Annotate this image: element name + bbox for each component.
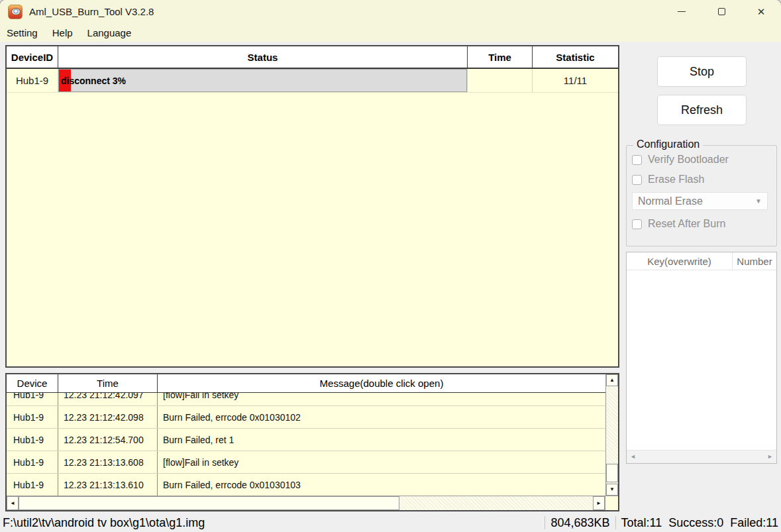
key-table: Key(overwrite) Number ◄ ►: [626, 252, 777, 464]
status-bar: F:\util2\tv\android tv box\g1\ota\g1.img…: [0, 513, 781, 532]
scroll-left-button[interactable]: ◄: [7, 496, 19, 510]
header-time[interactable]: Time: [468, 46, 533, 68]
menu-help[interactable]: Help: [52, 27, 73, 38]
configuration-title: Configuration: [633, 138, 703, 150]
erase-flash-checkbox[interactable]: [632, 175, 642, 185]
message-time-cell: 12.23 21:12:42.098: [58, 406, 158, 428]
reset-after-burn-option[interactable]: Reset After Burn: [632, 218, 776, 230]
menu-setting[interactable]: Setting: [7, 27, 38, 38]
verify-bootloader-option[interactable]: Verify Bootloader: [632, 154, 776, 166]
header-message[interactable]: Message(double click open): [158, 374, 605, 392]
image-file-size: 804,683KB: [550, 516, 609, 530]
horizontal-scroll-track[interactable]: [19, 496, 593, 510]
caption-buttons: ✕: [662, 0, 781, 23]
message-device-cell: Hub1-9: [7, 406, 58, 428]
statistic-cell: 11/11: [533, 69, 618, 92]
message-message-cell: [flow]Fail in setkey: [158, 451, 605, 473]
reset-after-burn-checkbox[interactable]: [632, 219, 642, 229]
menu-language[interactable]: Language: [87, 27, 132, 38]
status-separator: [545, 516, 545, 529]
vertical-scroll-thumb[interactable]: [606, 464, 618, 482]
maximize-icon: [718, 8, 725, 15]
minimize-button[interactable]: [662, 0, 702, 23]
header-statistic[interactable]: Statistic: [533, 46, 618, 68]
chevron-down-icon: ▼: [755, 197, 762, 205]
message-row[interactable]: Hub1-912.23 21:13:13.610Burn Failed, err…: [7, 474, 605, 496]
window-title: Aml_USB_Burn_Tool V3.2.8: [29, 6, 154, 17]
device-table-header: DeviceID Status Time Statistic: [7, 46, 618, 69]
maximize-button[interactable]: [702, 0, 741, 23]
refresh-button[interactable]: Refresh: [657, 95, 747, 125]
header-key-overwrite[interactable]: Key(overwrite): [627, 252, 733, 270]
key-table-scrollbar[interactable]: ◄ ►: [627, 450, 776, 463]
left-arrow-icon[interactable]: ◄: [630, 454, 636, 460]
app-window: Aml_USB_Burn_Tool V3.2.8 ✕ Setting Help …: [0, 0, 781, 532]
message-table-header: Device Time Message(double click open): [7, 374, 605, 393]
right-arrow-icon[interactable]: ►: [767, 454, 773, 460]
message-row[interactable]: Hub1-912.23 21:12:54.700Burn Failed, ret…: [7, 429, 605, 451]
title-bar: Aml_USB_Burn_Tool V3.2.8 ✕: [0, 0, 781, 23]
burn-progress-bar: disconnect 3%: [58, 69, 467, 92]
scrollbar-corner: [605, 496, 618, 510]
minimize-icon: [678, 11, 686, 12]
verify-bootloader-label: Verify Bootloader: [648, 154, 729, 166]
device-row[interactable]: Hub1-9 disconnect 3% 11/11: [7, 69, 618, 93]
message-horizontal-scrollbar[interactable]: ◄ ►: [7, 496, 618, 510]
message-device-cell: Hub1-9: [7, 429, 58, 451]
burn-totals: Total:11 Success:0 Failed:11: [621, 516, 778, 530]
key-table-header: Key(overwrite) Number: [627, 252, 776, 270]
scroll-up-button[interactable]: ▲: [606, 374, 618, 386]
erase-flash-option[interactable]: Erase Flash: [632, 174, 776, 186]
reset-after-burn-label: Reset After Burn: [648, 218, 725, 230]
header-number[interactable]: Number: [733, 252, 776, 270]
message-message-cell: Burn Failed, ret 1: [158, 429, 605, 451]
key-table-body: [627, 270, 776, 450]
erase-mode-value: Normal Erase: [638, 195, 755, 207]
message-rows: Hub1-912.23 21:12:42.097[flow]Fail in se…: [7, 393, 605, 496]
configuration-group: Configuration Verify Bootloader Erase Fl…: [626, 145, 777, 246]
status-separator: [615, 516, 616, 529]
left-arrow-icon: ◄: [10, 501, 15, 506]
message-device-cell: Hub1-9: [7, 451, 58, 473]
message-message-cell: [flow]Fail in setkey: [158, 393, 605, 405]
header-msg-time[interactable]: Time: [58, 374, 158, 392]
message-time-cell: 12.23 21:13:13.608: [58, 451, 158, 473]
header-status[interactable]: Status: [58, 46, 468, 68]
message-row[interactable]: Hub1-912.23 21:13:13.608[flow]Fail in se…: [7, 451, 605, 474]
close-button[interactable]: ✕: [741, 0, 781, 23]
status-cell: disconnect 3%: [58, 69, 468, 92]
erase-mode-select[interactable]: Normal Erase ▼: [632, 192, 768, 210]
app-icon: [8, 5, 23, 19]
device-id-cell: Hub1-9: [7, 69, 58, 92]
message-vertical-scrollbar[interactable]: ▲ ▼: [605, 374, 618, 496]
horizontal-scroll-thumb[interactable]: [19, 496, 399, 510]
down-arrow-icon: ▼: [609, 487, 615, 492]
message-device-cell: Hub1-9: [7, 393, 58, 405]
progress-label: disconnect 3%: [61, 76, 126, 86]
message-table: Device Time Message(double click open) H…: [5, 373, 619, 511]
header-deviceid[interactable]: DeviceID: [7, 46, 58, 68]
device-table: DeviceID Status Time Statistic Hub1-9 di…: [5, 45, 619, 368]
message-row[interactable]: Hub1-912.23 21:12:42.098Burn Failed, err…: [7, 406, 605, 429]
time-cell: [468, 69, 533, 92]
up-arrow-icon: ▲: [609, 378, 615, 383]
stop-button[interactable]: Stop: [657, 56, 747, 87]
scroll-down-button[interactable]: ▼: [606, 484, 618, 496]
close-icon: ✕: [757, 7, 766, 17]
erase-flash-label: Erase Flash: [648, 174, 704, 186]
scroll-right-button[interactable]: ►: [593, 496, 605, 510]
menu-bar: Setting Help Language: [0, 23, 781, 42]
message-row[interactable]: Hub1-912.23 21:12:42.097[flow]Fail in se…: [7, 393, 605, 406]
message-time-cell: 12.23 21:13:13.610: [58, 474, 158, 496]
verify-bootloader-checkbox[interactable]: [632, 155, 642, 165]
message-table-body: Hub1-912.23 21:12:42.097[flow]Fail in se…: [7, 393, 605, 496]
message-time-cell: 12.23 21:12:42.097: [58, 393, 158, 405]
message-time-cell: 12.23 21:12:54.700: [58, 429, 158, 451]
right-arrow-icon: ►: [596, 501, 601, 506]
message-message-cell: Burn Failed, errcode 0x01030102: [158, 406, 605, 428]
message-message-cell: Burn Failed, errcode 0x01030103: [158, 474, 605, 496]
vertical-scroll-track[interactable]: [606, 386, 618, 484]
message-device-cell: Hub1-9: [7, 474, 58, 496]
image-file-path: F:\util2\tv\android tv box\g1\ota\g1.img: [3, 516, 539, 530]
header-device[interactable]: Device: [7, 374, 58, 392]
